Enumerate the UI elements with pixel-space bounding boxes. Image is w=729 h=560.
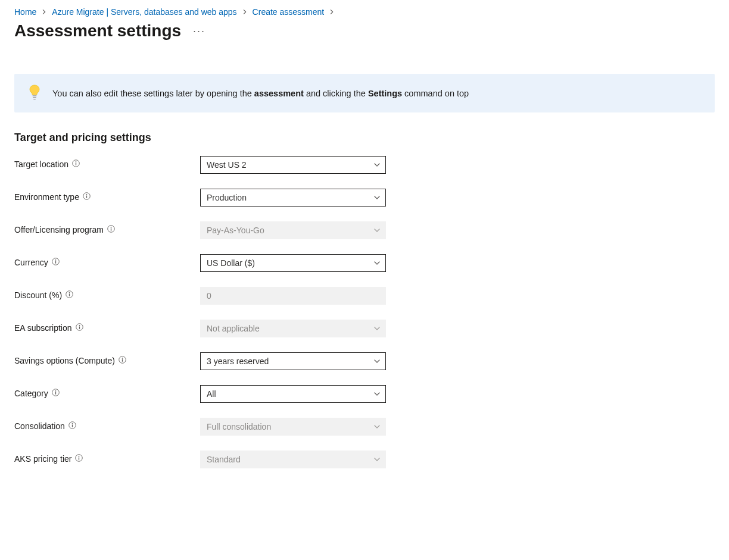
svg-rect-2	[33, 99, 36, 100]
breadcrumb-create-assessment[interactable]: Create assessment	[253, 7, 325, 17]
label-offer-licensing: Offer/Licensing program	[14, 221, 200, 234]
chevron-down-icon	[373, 194, 381, 201]
select-value: Not applicable	[207, 324, 379, 333]
row-category: Category All	[14, 385, 715, 418]
more-actions-button[interactable]: ···	[191, 23, 208, 40]
row-aks-pricing-tier: AKS pricing tier Standard	[14, 450, 715, 483]
chevron-down-icon	[373, 161, 381, 168]
select-currency[interactable]: US Dollar ($)	[200, 254, 386, 272]
chevron-right-icon	[242, 7, 248, 17]
select-value: West US 2	[207, 160, 379, 170]
label-savings-options: Savings options (Compute)	[14, 352, 200, 365]
svg-point-22	[122, 358, 123, 359]
svg-rect-1	[33, 97, 36, 98]
chevron-down-icon	[373, 259, 381, 267]
svg-point-16	[69, 292, 70, 293]
row-ea-subscription: EA subscription Not applicable	[14, 320, 715, 352]
label-target-location: Target location	[14, 156, 200, 169]
title-row: Assessment settings ···	[14, 21, 715, 40]
svg-rect-29	[72, 425, 73, 427]
svg-rect-5	[76, 163, 76, 165]
info-icon[interactable]	[76, 323, 83, 333]
select-environment-type[interactable]: Production	[200, 189, 386, 207]
svg-point-7	[86, 194, 88, 195]
select-value: All	[207, 389, 379, 399]
svg-rect-14	[55, 261, 56, 264]
row-offer-licensing: Offer/Licensing program Pay-As-You-Go	[14, 221, 715, 254]
label-consolidation: Consolidation	[14, 418, 200, 431]
svg-rect-8	[86, 196, 87, 198]
label-text: Savings options (Compute)	[14, 356, 115, 365]
svg-rect-17	[69, 294, 70, 296]
info-icon[interactable]	[119, 356, 126, 365]
svg-rect-11	[111, 229, 111, 231]
row-target-location: Target location West US 2	[14, 156, 715, 189]
select-category[interactable]: All	[200, 385, 386, 403]
svg-point-13	[55, 259, 56, 261]
chevron-right-icon	[329, 7, 335, 17]
info-icon[interactable]	[75, 454, 83, 464]
select-savings-options[interactable]: 3 years reserved	[200, 352, 386, 370]
label-text: Currency	[14, 258, 48, 267]
chevron-down-icon	[373, 423, 381, 430]
breadcrumb-home[interactable]: Home	[14, 7, 36, 17]
select-value: 3 years reserved	[207, 356, 379, 366]
select-value: Production	[207, 193, 379, 202]
row-savings-options: Savings options (Compute) 3 years reserv…	[14, 352, 715, 385]
info-icon[interactable]	[83, 192, 91, 202]
chevron-down-icon	[373, 325, 381, 332]
label-text: AKS pricing tier	[14, 454, 71, 464]
svg-rect-26	[55, 392, 56, 395]
info-icon[interactable]	[107, 225, 115, 234]
svg-point-25	[55, 390, 56, 392]
label-aks-pricing-tier: AKS pricing tier	[14, 450, 200, 464]
section-heading-target-pricing: Target and pricing settings	[14, 132, 715, 144]
label-text: Environment type	[14, 192, 79, 202]
chevron-down-icon	[373, 358, 381, 365]
label-currency: Currency	[14, 254, 200, 267]
chevron-down-icon	[373, 456, 381, 463]
page-title: Assessment settings	[14, 21, 181, 40]
svg-point-4	[76, 161, 77, 162]
info-bar-suffix: command on top	[402, 89, 469, 98]
info-bar: You can also edit these settings later b…	[14, 74, 715, 112]
select-value: US Dollar ($)	[207, 258, 379, 268]
svg-rect-0	[33, 95, 37, 96]
info-icon[interactable]	[52, 258, 60, 267]
info-bar-prefix: You can also edit these settings later b…	[52, 89, 254, 98]
info-icon[interactable]	[52, 389, 60, 398]
select-ea-subscription: Not applicable	[200, 320, 386, 337]
select-offer-licensing: Pay-As-You-Go	[200, 221, 386, 239]
breadcrumb-azure-migrate[interactable]: Azure Migrate | Servers, databases and w…	[52, 7, 236, 17]
svg-point-10	[111, 227, 112, 228]
info-bar-text: You can also edit these settings later b…	[52, 89, 469, 98]
label-discount-pct: Discount (%)	[14, 287, 200, 300]
label-text: Consolidation	[14, 421, 65, 431]
select-target-location[interactable]: West US 2	[200, 156, 386, 174]
select-aks-pricing-tier: Standard	[200, 450, 386, 468]
chevron-down-icon	[373, 390, 381, 398]
breadcrumb: Home Azure Migrate | Servers, databases …	[14, 7, 715, 17]
label-ea-subscription: EA subscription	[14, 320, 200, 333]
info-bar-mid: and clicking the	[304, 89, 368, 98]
info-icon[interactable]	[66, 290, 73, 300]
label-text: Target location	[14, 159, 68, 169]
chevron-down-icon	[373, 227, 381, 234]
label-text: EA subscription	[14, 323, 72, 333]
info-icon[interactable]	[68, 421, 76, 431]
svg-point-31	[79, 456, 80, 457]
label-category: Category	[14, 385, 200, 398]
info-bar-bold2: Settings	[368, 89, 402, 98]
row-environment-type: Environment type Production	[14, 189, 715, 221]
label-text: Offer/Licensing program	[14, 225, 104, 234]
form-rows: Target location West US 2 Environment ty…	[14, 156, 715, 483]
svg-rect-32	[79, 458, 79, 460]
label-environment-type: Environment type	[14, 189, 200, 202]
label-text: Discount (%)	[14, 290, 62, 300]
label-text: Category	[14, 389, 48, 398]
chevron-right-icon	[41, 7, 47, 17]
select-value: Full consolidation	[207, 422, 379, 431]
info-icon[interactable]	[72, 159, 80, 169]
lightbulb-icon	[29, 85, 40, 102]
select-value: Pay-As-You-Go	[207, 226, 379, 235]
